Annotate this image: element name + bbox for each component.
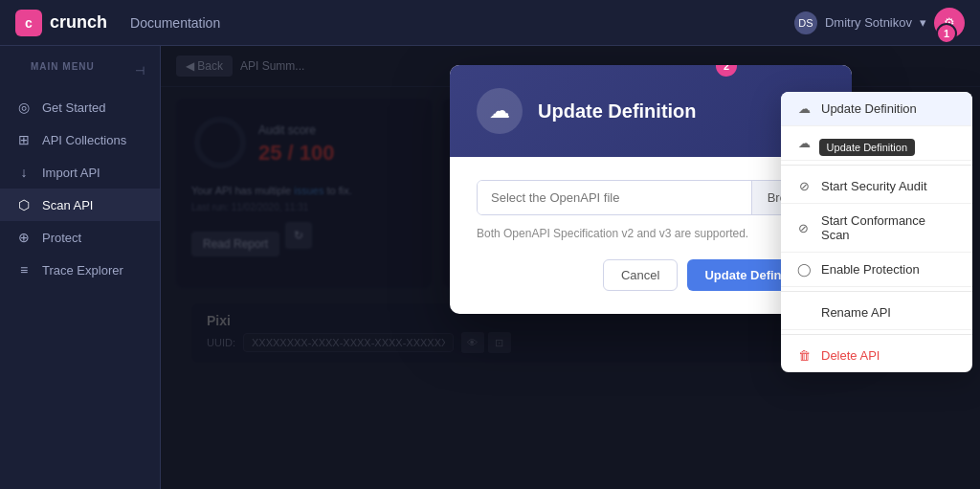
- user-name: Dmitry Sotnikov: [825, 15, 912, 30]
- sidebar-item-import-api[interactable]: ↓ Import API: [0, 156, 160, 189]
- modal-file-row: Browse: [477, 180, 825, 215]
- dropdown-label: Start Security Audit: [821, 179, 927, 193]
- dropdown-item-conformance-scan[interactable]: ⊘ Start Conformance Scan: [781, 204, 972, 253]
- dropdown-label: Delete API: [821, 348, 880, 363]
- dropdown-item-update-definition[interactable]: ☁ Update Definition: [781, 92, 972, 126]
- dropdown-divider-1: [781, 165, 972, 166]
- scan-icon: ⬡: [15, 197, 33, 212]
- sidebar-section-label: MAIN MENU: [15, 61, 110, 79]
- sidebar-item-label: Protect: [42, 231, 81, 245]
- import-icon: ↓: [15, 165, 33, 180]
- cloud-download-icon: ☁: [796, 136, 812, 150]
- sidebar-item-label: API Collections: [42, 133, 126, 147]
- home-icon: ◎: [15, 100, 33, 115]
- sidebar-item-api-collections[interactable]: ⊞ API Collections: [0, 123, 160, 156]
- modal-header-title: Update Definition: [538, 100, 697, 122]
- sidebar: MAIN MENU ⊣ ◎ Get Started ⊞ API Collecti…: [0, 46, 161, 489]
- nav-links: Documentation: [130, 15, 794, 31]
- user-avatar: DS: [794, 11, 817, 34]
- protect-icon: ⊕: [15, 230, 33, 245]
- sidebar-item-protect[interactable]: ⊕ Protect: [0, 221, 160, 254]
- protect-menu-icon: ◯: [796, 262, 812, 277]
- main-layout: MAIN MENU ⊣ ◎ Get Started ⊞ API Collecti…: [0, 46, 980, 489]
- modal-file-input[interactable]: [478, 181, 751, 214]
- nav-documentation[interactable]: Documentation: [130, 15, 220, 31]
- logo[interactable]: c crunch: [15, 10, 107, 36]
- chevron-down-icon: ▾: [920, 15, 926, 30]
- cloud-upload-icon: ☁: [796, 101, 812, 116]
- dropdown-menu: ☁ Update Definition ☁ Download... ⊘ Star…: [781, 92, 972, 372]
- dropdown-label: Enable Protection: [821, 262, 920, 277]
- collections-icon: ⊞: [15, 132, 33, 147]
- content-area: ◀ Back API Summ... Audit: [161, 46, 980, 489]
- delete-icon: 🗑: [796, 348, 812, 363]
- sidebar-item-label: Get Started: [42, 100, 105, 115]
- top-navigation: c crunch Documentation DS Dmitry Sotniko…: [0, 0, 980, 46]
- logo-icon: c: [15, 10, 42, 36]
- sidebar-item-label: Trace Explorer: [42, 263, 123, 278]
- user-menu[interactable]: DS Dmitry Sotnikov ▾: [794, 11, 926, 34]
- sidebar-item-label: Import API: [42, 166, 100, 180]
- dropdown-item-enable-protection[interactable]: ◯ Enable Protection: [781, 253, 972, 287]
- sidebar-item-trace-explorer[interactable]: ≡ Trace Explorer: [0, 254, 160, 286]
- notification-badge: 1: [936, 23, 957, 44]
- dropdown-divider-2: [781, 291, 972, 292]
- sidebar-item-scan-api[interactable]: ⬡ Scan API: [0, 189, 160, 221]
- modal-header-cloud-icon: ☁: [477, 88, 523, 134]
- app-name: crunch: [50, 12, 107, 33]
- update-definition-tooltip: Update Definition: [819, 139, 915, 156]
- modal-actions: Cancel Update Definition: [477, 259, 825, 291]
- dropdown-item-delete-api[interactable]: 🗑 Delete API: [781, 339, 972, 372]
- dropdown-label: Update Definition: [821, 101, 917, 116]
- audit-icon: ⊘: [796, 179, 812, 193]
- sidebar-item-label: Scan API: [42, 198, 93, 212]
- trace-icon: ≡: [15, 262, 33, 278]
- dropdown-label: Start Conformance Scan: [821, 213, 957, 242]
- sidebar-pin-icon[interactable]: ⊣: [135, 64, 145, 78]
- modal-cancel-button[interactable]: Cancel: [603, 259, 678, 291]
- dropdown-item-rename-api[interactable]: Rename API: [781, 296, 972, 330]
- modal-hint: Both OpenAPI Specification v2 and v3 are…: [477, 227, 825, 240]
- sidebar-item-get-started[interactable]: ◎ Get Started: [0, 91, 160, 123]
- dropdown-item-security-audit[interactable]: ⊘ Start Security Audit: [781, 169, 972, 204]
- dropdown-label: Rename API: [821, 305, 891, 320]
- dropdown-divider-3: [781, 334, 972, 335]
- scan-menu-icon: ⊘: [796, 221, 812, 235]
- gear-settings-button[interactable]: ⚙ 1: [934, 8, 965, 38]
